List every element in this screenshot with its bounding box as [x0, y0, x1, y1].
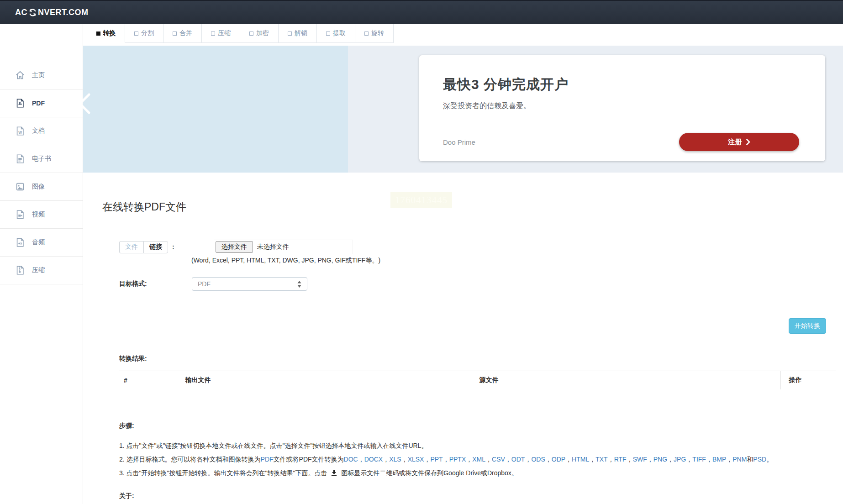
tab-rotate[interactable]: 旋转 [355, 24, 394, 43]
format-link-tiff[interactable]: TIFF [692, 456, 706, 463]
steps-label: 步骤: [119, 422, 134, 430]
archive-icon [15, 265, 25, 275]
tab-unlock[interactable]: 解锁 [279, 24, 317, 43]
file-input[interactable]: 选择文件 未选择文件 [214, 240, 353, 254]
results-label: 转换结果: [119, 355, 147, 363]
tab-extract[interactable]: 提取 [317, 24, 355, 43]
file-mode-button[interactable]: 文件 [119, 241, 143, 253]
chevron-right-icon [746, 139, 750, 145]
ad-card: 最快3 分钟完成开户 深受投资者的信赖及喜爱。 Doo Prime 注册 [419, 55, 825, 161]
top-navbar: AC NVERT.COM [0, 0, 843, 24]
sidebar-item-ebook[interactable]: 电子书 [0, 145, 83, 173]
aconvert-logo[interactable]: AC NVERT.COM [15, 8, 89, 17]
ebook-icon [15, 154, 25, 164]
tab-compress[interactable]: 压缩 [202, 24, 240, 43]
column-header-index: # [119, 371, 177, 390]
format-link-ppt[interactable]: PPT [430, 456, 443, 463]
tab-split[interactable]: 分割 [125, 24, 163, 43]
column-header-output-file: 输出文件 [177, 371, 471, 390]
sidebar-item-archive[interactable]: 压缩 [0, 257, 83, 284]
sidebar-item-home[interactable]: 主页 [0, 62, 83, 89]
format-link-jpg[interactable]: JPG [674, 456, 686, 463]
format-link-xml[interactable]: XML [472, 456, 485, 463]
tab-merge[interactable]: 合并 [163, 24, 202, 43]
hero-blue-block [83, 46, 348, 173]
format-link-pdf[interactable]: PDF [261, 456, 274, 463]
source-row: 文件 链接 : 选择文件 未选择文件 [119, 240, 353, 254]
format-link-xls[interactable]: XLS [389, 456, 401, 463]
select-spinner-icon [297, 281, 301, 288]
step-3: 3. 点击"开始转换"按钮开始转换。输出文件将会列在"转换结果"下面。点击 图标… [119, 466, 773, 480]
format-link-odt[interactable]: ODT [511, 456, 525, 463]
format-link-pptx[interactable]: PPTX [449, 456, 466, 463]
format-link-docx[interactable]: DOCX [364, 456, 383, 463]
target-format-label: 目标格式: [119, 280, 192, 288]
square-icon [288, 31, 292, 36]
ad-advertiser: Doo Prime [443, 138, 475, 146]
pdf-file-icon [15, 98, 25, 108]
format-link-doc[interactable]: DOC [344, 456, 358, 463]
tab-encrypt[interactable]: 加密 [240, 24, 279, 43]
column-header-actions: 操作 [780, 371, 836, 390]
ad-title: 最快3 分钟完成开户 [443, 75, 801, 94]
square-icon [96, 31, 100, 36]
format-link-rtf[interactable]: RTF [614, 456, 627, 463]
active-item-chevron [77, 93, 92, 115]
format-link-txt[interactable]: TXT [595, 456, 607, 463]
logo-text-suffix: NVERT.COM [38, 8, 89, 17]
format-link-ods[interactable]: ODS [531, 456, 545, 463]
sidebar-item-image[interactable]: 图像 [0, 173, 83, 201]
register-button[interactable]: 注册 [679, 133, 799, 151]
square-icon [326, 31, 330, 36]
format-link-png[interactable]: PNG [653, 456, 667, 463]
results-header-row: # 输出文件 源文件 操作 [119, 371, 836, 390]
steps-list: 1. 点击"文件"或"链接"按钮切换本地文件或在线文件。点击"选择文件"按钮选择… [119, 439, 773, 480]
video-icon [15, 210, 25, 220]
supported-formats-hint: (Word, Excel, PPT, HTML, TXT, DWG, JPG, … [191, 257, 380, 265]
circular-arrows-icon [28, 8, 37, 17]
hero-banner-area: 最快3 分钟完成开户 深受投资者的信赖及喜爱。 Doo Prime 注册 [83, 46, 843, 173]
home-icon [15, 70, 25, 80]
file-status-text: 未选择文件 [257, 243, 289, 251]
choose-file-button[interactable]: 选择文件 [216, 241, 253, 253]
column-header-source-file: 源文件 [471, 371, 780, 390]
target-format-value: PDF [198, 280, 211, 288]
square-icon [134, 31, 138, 36]
square-icon [211, 31, 215, 36]
square-icon [249, 31, 253, 36]
step-2: 2. 选择目标格式。您可以将各种文档和图像转换为PDF文件或将PDF文件转换为D… [119, 452, 773, 466]
watermark-number: 1760413445 [390, 192, 452, 208]
source-colon: : [172, 243, 174, 251]
page-title: 在线转换PDF文件 [102, 200, 186, 214]
pdf-tool-tabs: 转换 分割 合并 压缩 加密 解锁 提取 旋转 [87, 24, 394, 43]
sidebar-item-document[interactable]: W 文档 [0, 117, 83, 145]
format-link-bmp[interactable]: BMP [712, 456, 726, 463]
word-doc-icon: W [15, 126, 25, 136]
format-link-csv[interactable]: CSV [492, 456, 505, 463]
step-1: 1. 点击"文件"或"链接"按钮切换本地文件或在线文件。点击"选择文件"按钮选择… [119, 439, 773, 452]
target-format-select[interactable]: PDF [192, 277, 307, 291]
square-icon [364, 31, 369, 36]
start-convert-button[interactable]: 开始转换 [789, 318, 826, 334]
sidebar-item-pdf[interactable]: PDF [0, 89, 83, 117]
format-link-odp[interactable]: ODP [552, 456, 565, 463]
format-link-swf[interactable]: SWF [633, 456, 647, 463]
ad-subtitle: 深受投资者的信赖及喜爱。 [443, 101, 801, 111]
download-icon [331, 469, 337, 476]
sidebar-item-audio[interactable]: 音频 [0, 229, 83, 257]
format-link-pnm[interactable]: PNM [732, 456, 747, 463]
category-sidebar: 主页 PDF W 文档 电子书 图像 视频 音频 压缩 [0, 24, 83, 504]
square-icon [173, 31, 177, 36]
tab-convert[interactable]: 转换 [87, 24, 125, 43]
svg-text:W: W [18, 131, 22, 135]
results-table: # 输出文件 源文件 操作 [119, 371, 836, 389]
logo-text-prefix: AC [15, 8, 27, 17]
target-format-row: 目标格式: PDF [119, 277, 307, 291]
sidebar-item-video[interactable]: 视频 [0, 201, 83, 229]
format-link-psd[interactable]: PSD [753, 456, 766, 463]
link-mode-button[interactable]: 链接 [143, 241, 168, 253]
audio-icon [15, 237, 25, 247]
format-link-html[interactable]: HTML [572, 456, 589, 463]
format-link-xlsx[interactable]: XLSX [408, 456, 424, 463]
image-icon [15, 182, 25, 192]
